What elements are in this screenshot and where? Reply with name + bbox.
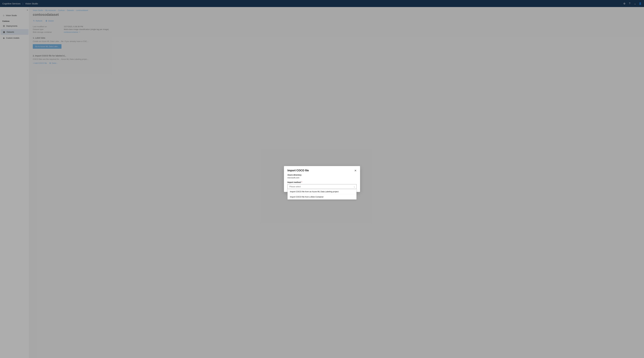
modal-title: Import COCO file	[288, 169, 309, 172]
import-coco-modal: Import COCO file ✕ Azure directory micro…	[284, 166, 360, 192]
modal-close-button[interactable]: ✕	[354, 169, 356, 172]
import-method-select[interactable]: Please select Import COCO file from an A…	[288, 184, 356, 189]
modal-header: Import COCO file ✕	[284, 166, 360, 174]
import-method-text: Import method	[288, 181, 301, 183]
import-method-dropdown[interactable]: Please select Import COCO file from an A…	[288, 184, 356, 189]
required-star: *	[301, 181, 302, 183]
dropdown-options-list: Import COCO file from an Azure ML Data L…	[288, 189, 356, 200]
dropdown-option-azure-ml[interactable]: Import COCO file from an Azure ML Data L…	[288, 189, 356, 194]
import-method-label: Import method *	[288, 181, 356, 183]
modal-body: Azure directory microsoft.com Import met…	[284, 174, 360, 192]
modal-overlay: Import COCO file ✕ Azure directory micro…	[0, 0, 644, 358]
azure-directory-value: microsoft.com	[288, 177, 356, 179]
dropdown-option-blob[interactable]: Import COCO file from a Blob Container	[288, 194, 356, 199]
azure-directory-label: Azure directory	[288, 174, 356, 176]
